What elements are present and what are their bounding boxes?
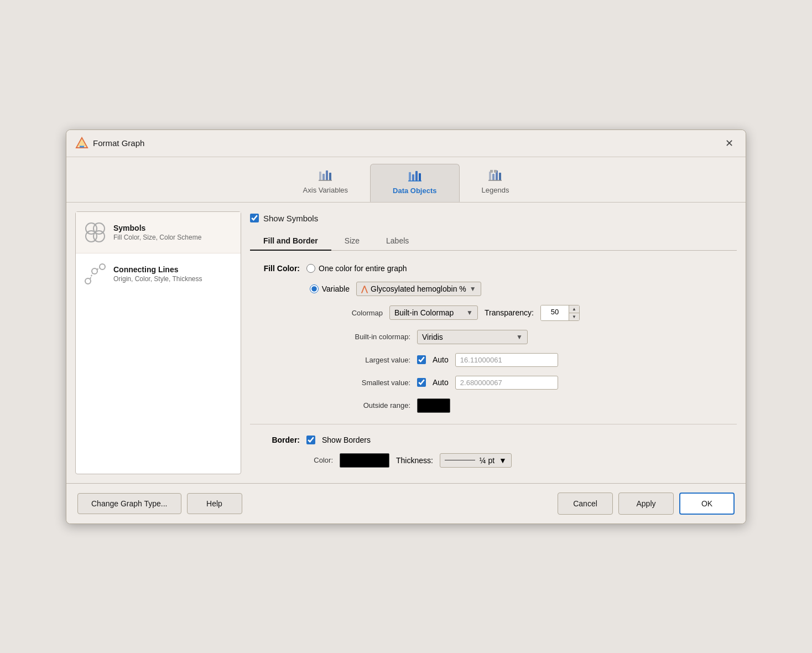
symbols-title: Symbols xyxy=(113,224,201,232)
svg-rect-5 xyxy=(326,170,328,180)
svg-rect-10 xyxy=(415,171,418,181)
left-item-connecting-lines[interactable]: Connecting Lines Origin, Color, Style, T… xyxy=(76,253,241,294)
inner-tab-fill-border[interactable]: Fill and Border xyxy=(250,232,331,251)
colormap-dropdown[interactable]: Built-in Colormap ▼ xyxy=(389,305,478,320)
outside-range-label: Outside range: xyxy=(344,401,410,410)
border-label: Border: xyxy=(250,436,300,444)
svg-rect-11 xyxy=(419,173,421,181)
left-item-symbols[interactable]: Symbols Fill Color, Size, Color Scheme xyxy=(76,212,241,253)
thickness-dropdown-arrow-icon: ▼ xyxy=(499,456,507,465)
border-color-label: Color: xyxy=(305,456,333,464)
svg-point-23 xyxy=(93,231,105,242)
show-symbols-row: Show Symbols xyxy=(250,211,737,225)
show-borders-checkbox[interactable] xyxy=(306,436,315,444)
inner-tab-bar: Fill and Border Size Labels xyxy=(250,232,737,251)
thickness-value: ¼ pt xyxy=(480,456,495,465)
cancel-button[interactable]: Cancel xyxy=(558,493,613,515)
builtin-colormap-arrow-icon: ▼ xyxy=(516,333,523,341)
connecting-lines-icon xyxy=(84,262,107,286)
footer: Change Graph Type... Help Cancel Apply O… xyxy=(66,483,746,524)
thickness-dropdown[interactable]: ¼ pt ▼ xyxy=(440,453,512,468)
largest-value-input[interactable] xyxy=(455,353,558,367)
variable-label: Variable xyxy=(322,284,350,293)
builtin-colormap-dropdown[interactable]: Viridis ▼ xyxy=(417,330,528,344)
smallest-auto-checkbox[interactable] xyxy=(417,378,426,387)
border-thickness-label: Thickness: xyxy=(396,456,433,465)
border-color-row: Color: Thickness: ¼ pt ▼ xyxy=(250,453,737,468)
colormap-label: Colormap xyxy=(344,309,383,317)
variable-option[interactable]: Variable xyxy=(305,284,350,293)
tab-data-objects[interactable]: Data Objects xyxy=(370,164,459,202)
show-borders-label: Show Borders xyxy=(322,436,371,444)
builtin-colormap-label: Built-in colormap: xyxy=(344,333,410,341)
change-graph-type-button[interactable]: Change Graph Type... xyxy=(77,493,181,514)
svg-rect-16 xyxy=(499,173,501,180)
title-bar-left: Format Graph xyxy=(75,137,144,150)
tab-axis-variables-label: Axis Variables xyxy=(303,186,348,194)
transparency-value: 50 xyxy=(541,305,569,320)
tab-axis-variables[interactable]: Axis Variables xyxy=(281,164,370,202)
connecting-lines-title: Connecting Lines xyxy=(113,265,202,274)
spinner-up-button[interactable]: ▲ xyxy=(569,305,579,313)
svg-rect-8 xyxy=(409,172,411,181)
smallest-value-row: Smallest value: Auto xyxy=(250,376,737,390)
close-button[interactable]: ✕ xyxy=(721,136,737,151)
svg-point-26 xyxy=(100,264,105,270)
help-button[interactable]: Help xyxy=(187,493,242,514)
colormap-dropdown-arrow-icon: ▼ xyxy=(466,309,473,317)
symbols-icon xyxy=(84,221,107,244)
smallest-value-input[interactable] xyxy=(455,376,558,390)
svg-rect-19 xyxy=(494,170,497,173)
dialog-title: Format Graph xyxy=(93,138,144,148)
variable-dropdown-value: Glycosylated hemoglobin % xyxy=(371,284,466,293)
right-panel: Show Symbols Fill and Border Size Labels… xyxy=(250,211,737,474)
builtin-colormap-value: Viridis xyxy=(422,333,443,341)
svg-rect-4 xyxy=(322,174,325,180)
one-color-radio[interactable] xyxy=(306,264,315,273)
svg-point-25 xyxy=(92,268,97,274)
footer-right: Cancel Apply OK xyxy=(558,493,735,515)
symbols-text: Symbols Fill Color, Size, Color Scheme xyxy=(113,224,201,241)
largest-value-label: Largest value: xyxy=(344,356,410,364)
one-color-option[interactable]: One color for entire graph xyxy=(306,264,407,273)
tab-data-objects-label: Data Objects xyxy=(393,186,436,195)
left-panel: Symbols Fill Color, Size, Color Scheme C… xyxy=(75,211,241,474)
spinner-down-button[interactable]: ▼ xyxy=(569,313,579,320)
apply-button[interactable]: Apply xyxy=(618,493,674,515)
svg-line-28 xyxy=(97,268,100,270)
spinner-buttons: ▲ ▼ xyxy=(569,305,579,320)
title-bar: Format Graph ✕ xyxy=(66,130,746,157)
variable-radio[interactable] xyxy=(310,284,319,293)
ok-button[interactable]: OK xyxy=(679,493,735,515)
colormap-dropdown-value: Built-in Colormap xyxy=(394,308,454,317)
smallest-auto-label: Auto xyxy=(433,378,449,387)
svg-point-24 xyxy=(85,278,91,284)
connecting-lines-subtitle: Origin, Color, Style, Thickness xyxy=(113,275,202,283)
axis-variables-icon xyxy=(317,168,333,184)
legends-icon xyxy=(487,168,503,184)
svg-rect-3 xyxy=(319,172,321,180)
variable-dropdown[interactable]: ⋀ Glycosylated hemoglobin % ▼ xyxy=(356,282,481,296)
tab-legends[interactable]: Legends xyxy=(460,164,532,202)
show-symbols-checkbox[interactable] xyxy=(250,214,259,222)
variable-row: Variable ⋀ Glycosylated hemoglobin % ▼ xyxy=(250,282,737,296)
variable-icon: ⋀ xyxy=(361,284,367,293)
app-logo-icon xyxy=(75,137,89,150)
svg-rect-18 xyxy=(490,170,493,173)
outside-range-color-swatch[interactable] xyxy=(417,398,450,413)
smallest-value-label: Smallest value: xyxy=(344,379,410,387)
largest-value-row: Largest value: Auto xyxy=(250,353,737,367)
settings-area: Fill Color: One color for entire graph V… xyxy=(250,257,737,474)
transparency-spinner[interactable]: 50 ▲ ▼ xyxy=(540,305,580,321)
fill-color-row: Fill Color: One color for entire graph xyxy=(250,264,737,273)
inner-tab-size[interactable]: Size xyxy=(331,232,373,251)
svg-rect-13 xyxy=(489,172,491,180)
border-color-swatch[interactable] xyxy=(340,453,389,468)
variable-dropdown-arrow-icon: ▼ xyxy=(470,285,476,293)
largest-auto-label: Auto xyxy=(433,355,449,364)
data-objects-icon xyxy=(407,169,423,184)
largest-auto-checkbox[interactable] xyxy=(417,355,426,364)
symbols-subtitle: Fill Color, Size, Color Scheme xyxy=(113,234,201,241)
fill-color-label: Fill Color: xyxy=(250,264,300,273)
inner-tab-labels[interactable]: Labels xyxy=(373,232,422,251)
